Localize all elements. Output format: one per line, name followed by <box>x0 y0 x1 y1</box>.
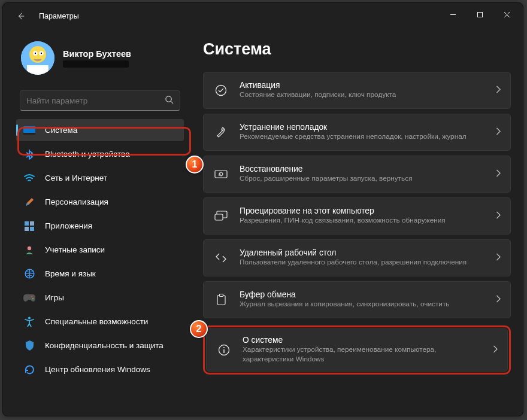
sidebar: Виктор Бухтеев Система Bluetooth и устро… <box>3 29 189 416</box>
nav-time[interactable]: Время и язык <box>16 263 184 285</box>
brush-icon <box>23 196 35 208</box>
card-about[interactable]: О системеХарактеристики устройства, пере… <box>206 328 508 372</box>
apps-icon <box>23 220 35 232</box>
check-circle-icon <box>214 84 228 96</box>
system-icon <box>23 124 35 136</box>
profile-email-redacted <box>63 60 129 68</box>
search-input[interactable] <box>26 96 165 105</box>
recovery-icon <box>214 169 228 179</box>
back-button[interactable] <box>13 8 29 25</box>
time-lang-icon <box>23 268 35 280</box>
chevron-right-icon <box>496 211 501 221</box>
nav-privacy[interactable]: Конфиденциальность и защита <box>16 334 184 357</box>
nav-label: Конфиденциальность и защита <box>45 341 163 350</box>
card-activation[interactable]: АктивацияСостояние активации, подписки, … <box>203 72 511 109</box>
maximize-button[interactable] <box>467 5 493 23</box>
svg-rect-11 <box>25 221 29 226</box>
nav-apps[interactable]: Приложения <box>16 215 184 237</box>
card-desc: Журнал вырезания и копирования, синхрони… <box>240 300 484 309</box>
games-icon <box>23 292 35 304</box>
chevron-right-icon <box>496 252 501 263</box>
nav-personalization[interactable]: Персонализация <box>16 191 184 213</box>
card-title: Буфер обмена <box>240 290 484 299</box>
nav-update[interactable]: Центр обновления Windows <box>16 358 184 381</box>
svg-rect-0 <box>478 12 483 17</box>
card-title: Проецирование на этот компьютер <box>240 206 484 215</box>
nav-label: Bluetooth и устройства <box>45 150 130 159</box>
settings-cards: АктивацияСостояние активации, подписки, … <box>203 72 511 375</box>
card-title: Восстановление <box>240 165 484 174</box>
svg-point-18 <box>32 298 34 299</box>
svg-point-19 <box>28 317 31 319</box>
search-box[interactable] <box>20 90 180 111</box>
nav-accounts[interactable]: Учетные записи <box>16 239 184 261</box>
card-title: Активация <box>240 81 484 90</box>
svg-point-27 <box>223 347 225 348</box>
account-icon <box>23 244 35 256</box>
svg-point-15 <box>28 246 31 249</box>
profile-name: Виктор Бухтеев <box>63 49 131 59</box>
card-desc: Сброс, расширенные параметры запуска, ве… <box>240 174 484 184</box>
annotation-badge-1: 1 <box>186 156 204 174</box>
nav-label: Игры <box>45 293 64 302</box>
card-recovery[interactable]: ВосстановлениеСброс, расширенные парамет… <box>203 156 511 193</box>
search-icon <box>165 95 174 106</box>
arrow-left-icon <box>17 12 25 20</box>
card-desc: Состояние активации, подписки, ключ прод… <box>240 90 484 100</box>
window-title: Параметры <box>39 12 79 20</box>
svg-point-5 <box>35 53 36 54</box>
main-panel: Система АктивацияСостояние активации, по… <box>189 29 523 416</box>
card-troubleshoot[interactable]: Устранение неполадокРекомендуемые средст… <box>203 114 511 151</box>
window-controls <box>440 5 520 23</box>
close-button[interactable] <box>493 5 520 23</box>
card-clipboard[interactable]: Буфер обменаЖурнал вырезания и копирован… <box>203 281 511 318</box>
avatar <box>21 41 54 75</box>
nav-label: Система <box>45 126 77 135</box>
wifi-icon <box>23 172 35 184</box>
card-desc: Характеристики устройства, переименовани… <box>243 345 481 364</box>
nav-label: Персонализация <box>45 197 108 206</box>
nav-label: Сеть и Интернет <box>45 174 107 182</box>
card-title: Устранение неполадок <box>240 123 484 132</box>
nav-list: Система Bluetooth и устройства Сеть и Ин… <box>16 119 184 381</box>
svg-point-8 <box>166 96 171 101</box>
nav-label: Время и язык <box>45 269 96 278</box>
card-projecting[interactable]: Проецирование на этот компьютерРазрешени… <box>203 197 511 235</box>
info-icon <box>217 344 231 356</box>
annotation-badge-2: 2 <box>190 320 208 338</box>
remote-icon <box>214 252 228 263</box>
nav-bluetooth[interactable]: Bluetooth и устройства <box>16 143 184 165</box>
card-desc: Рекомендуемые средства устранения непола… <box>240 132 484 142</box>
nav-label: Центр обновления Windows <box>45 365 150 374</box>
svg-rect-25 <box>219 294 223 297</box>
svg-rect-12 <box>30 221 34 226</box>
chevron-right-icon <box>496 127 501 138</box>
page-heading: Система <box>203 40 511 59</box>
profile-block[interactable]: Виктор Бухтеев <box>16 36 184 87</box>
minimize-button[interactable] <box>440 5 467 23</box>
nav-label: Специальные возможности <box>45 317 148 326</box>
svg-rect-10 <box>23 133 35 135</box>
card-title: О системе <box>243 336 481 345</box>
nav-accessibility[interactable]: Специальные возможности <box>16 311 184 333</box>
svg-point-20 <box>216 86 226 96</box>
nav-system[interactable]: Система <box>16 119 184 141</box>
card-desc: Разрешения, ПИН-код связывания, возможно… <box>240 216 484 226</box>
settings-window: Параметры Виктор Б <box>2 2 523 416</box>
card-remote[interactable]: Удаленный рабочий столПользователи удале… <box>203 239 511 276</box>
svg-point-17 <box>31 296 32 297</box>
chevron-right-icon <box>496 169 501 179</box>
wrench-icon <box>214 126 228 138</box>
nav-network[interactable]: Сеть и Интернет <box>16 167 184 189</box>
chevron-right-icon <box>496 85 501 96</box>
nav-label: Учетные записи <box>45 245 105 254</box>
svg-rect-14 <box>30 227 34 231</box>
accessibility-icon <box>23 316 35 328</box>
annotation-highlight-2: О системеХарактеристики устройства, пере… <box>203 325 511 375</box>
nav-gaming[interactable]: Игры <box>16 287 184 309</box>
svg-rect-13 <box>25 227 29 231</box>
svg-point-6 <box>41 53 42 54</box>
svg-rect-23 <box>215 214 223 220</box>
privacy-icon <box>23 340 35 352</box>
card-desc: Пользователи удаленного рабочего стола, … <box>240 258 484 267</box>
